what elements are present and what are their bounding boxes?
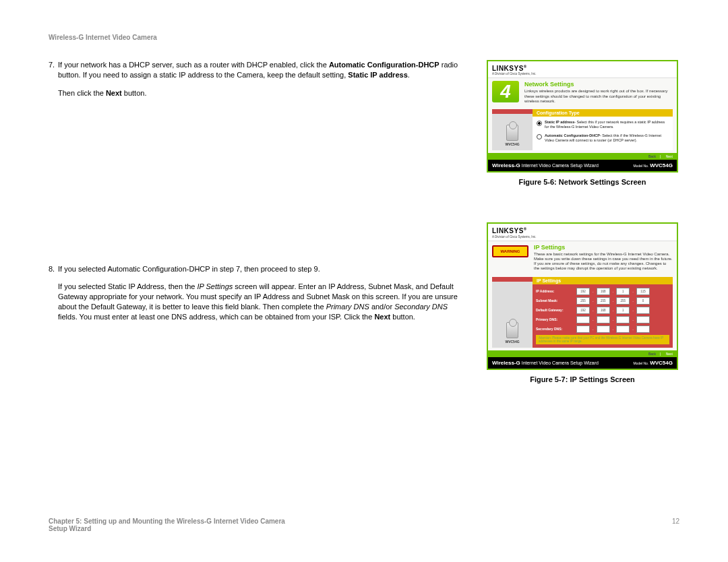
linksys-logo: LINKSYS®	[492, 227, 537, 235]
fig7-model: WVC54G	[650, 360, 673, 366]
step-8: 8. If you selected Automatic Configurati…	[49, 264, 466, 330]
step-8-i: button.	[390, 313, 415, 321]
fig6-nav: Back| Next	[488, 153, 677, 160]
camera-icon	[506, 322, 518, 338]
fig7-footer: Wireless-G Internet Video Camera Setup W…	[488, 357, 677, 369]
ip-box[interactable]: 192	[576, 288, 590, 295]
step-8-a: If you selected Static IP Address, then …	[58, 282, 197, 290]
step-8-next-bold: Next	[374, 313, 390, 321]
subnet-mask-row: Subnet Mask: 255. 255. 255. 0	[536, 297, 669, 305]
step-7-then-c: button.	[122, 89, 147, 97]
next-link[interactable]: Next	[662, 154, 673, 158]
linksys-subbrand: A Division of Cisco Systems, Inc.	[492, 72, 537, 75]
radio-icon	[537, 134, 542, 139]
ip-box[interactable]: 255	[597, 297, 610, 305]
step-8-text-1: If you selected Automatic Configuration-…	[58, 264, 466, 274]
ip-box[interactable]	[576, 316, 590, 323]
step-7-number: 7.	[49, 60, 58, 106]
fig7-nav: Back| Next	[488, 350, 677, 357]
document-header: Wireless-G Internet Video Camera	[49, 34, 679, 41]
fig6-desc: Linksys wireless products are designed t…	[524, 89, 673, 104]
step-8-italic-1: IP Settings	[197, 282, 233, 290]
fig7-model-no-label: Model No.	[633, 361, 648, 365]
figure-5-7: LINKSYS® A Division of Cisco Systems, In…	[487, 222, 678, 369]
attention-note: Attention: Please make sure that your PC…	[536, 335, 669, 344]
ip-box[interactable]	[616, 316, 630, 323]
step-badge-4: 4	[492, 81, 519, 102]
step-7-next-bold: Next	[106, 89, 122, 97]
step-8-e: and/or	[369, 303, 394, 311]
warning-badge: WARNING	[492, 245, 528, 257]
fig7-panel-header: IP Settings	[533, 277, 673, 284]
fig6-header: LINKSYS® A Division of Cisco Systems, In…	[488, 61, 677, 78]
mask-label: Subnet Mask:	[536, 299, 574, 303]
linksys-subbrand: A Division of Cisco Systems, Inc.	[492, 235, 537, 239]
step-7-text-e: .	[408, 71, 410, 79]
ip-box[interactable]: 1	[616, 288, 630, 295]
fig7-camera-panel: WVC54G	[492, 277, 533, 348]
ip-box[interactable]: 0	[636, 297, 650, 305]
ip-box[interactable]	[576, 325, 590, 333]
figure-column: LINKSYS® A Division of Cisco Systems, In…	[487, 60, 678, 420]
footer-chapter: Chapter 5: Setting up and Mounting the W…	[49, 518, 285, 525]
figure-5-6: LINKSYS® A Division of Cisco Systems, In…	[487, 60, 678, 173]
ip-address-row: IP Address: 192. 168. 1. 115	[536, 288, 669, 295]
ip-box[interactable]: 255	[576, 297, 590, 305]
ip-box[interactable]	[636, 307, 650, 314]
fig7-desc: These are basic network settings for the…	[534, 252, 673, 272]
radio-icon	[537, 121, 542, 126]
gw-label: Default Gateway:	[536, 308, 574, 312]
figure-5-7-caption: Figure 5-7: IP Settings Screen	[487, 375, 678, 383]
fig7-title: IP Settings	[534, 244, 673, 251]
ip-box[interactable]	[636, 316, 650, 323]
fig6-footer-mid: Internet Video Camera Setup Wizard	[522, 163, 599, 168]
linksys-logo: LINKSYS®	[492, 65, 537, 72]
step-7-bold-2: Static IP address	[348, 71, 407, 79]
ip-box[interactable]	[636, 325, 650, 333]
ip-box[interactable]: 192	[576, 307, 590, 314]
fig6-footer-left: Wireless-G	[492, 162, 520, 168]
next-link[interactable]: Next	[662, 352, 673, 356]
fig6-camera-panel: WVC54G	[492, 109, 533, 151]
ip-box[interactable]	[597, 316, 610, 323]
ip-box[interactable]: 1	[616, 307, 630, 314]
primary-dns-row: Primary DNS: . . .	[536, 316, 669, 323]
step-7-then-a: Then click the	[58, 89, 106, 97]
step-8-italic-3: Secondary DNS	[394, 303, 448, 311]
pdns-label: Primary DNS:	[536, 317, 574, 321]
page-number: 12	[672, 518, 679, 532]
ip-box[interactable]: 255	[616, 297, 630, 305]
fig7-footer-mid: Internet Video Camera Setup Wizard	[522, 361, 599, 365]
footer-section: Setup Wizard	[49, 525, 285, 532]
step-7-bold-1: Automatic Configuration-DHCP	[329, 61, 439, 69]
back-link[interactable]: Back	[648, 352, 656, 356]
step-8-italic-2: Primary DNS	[326, 303, 369, 311]
fig6-model-label: WVC54G	[505, 142, 519, 146]
fig7-model-label: WVC54G	[505, 340, 519, 344]
fig6-model-no-label: Model No.	[633, 164, 648, 168]
camera-icon	[506, 125, 518, 141]
ip-box[interactable]	[597, 325, 610, 333]
ip-label: IP Address:	[536, 289, 574, 293]
sdns-label: Secondary DNS:	[536, 327, 574, 331]
fig6-footer: Wireless-G Internet Video Camera Setup W…	[488, 160, 677, 171]
fig7-footer-left: Wireless-G	[492, 360, 520, 366]
ip-box[interactable]	[616, 325, 630, 333]
ip-box[interactable]: 168	[597, 288, 610, 295]
step-8-number: 8.	[49, 264, 58, 330]
step-7: 7. If your network has a DHCP server, su…	[49, 60, 466, 106]
back-link[interactable]: Back	[648, 154, 656, 158]
fig6-panel-header: Configuration Type	[533, 109, 673, 117]
ip-box[interactable]: 168	[597, 307, 610, 314]
step-8-g: fields. You must enter at least one DNS …	[58, 313, 374, 321]
fig6-model: WVC54G	[650, 162, 673, 168]
radio-static-ip[interactable]: Static IP address- Select this if your n…	[537, 120, 669, 129]
secondary-dns-row: Secondary DNS: . . .	[536, 325, 669, 333]
figure-5-6-caption: Figure 5-6: Network Settings Screen	[487, 178, 678, 186]
ip-box[interactable]: 115	[636, 288, 650, 295]
step-7-text: If your network has a DHCP server, such …	[58, 61, 329, 69]
default-gateway-row: Default Gateway: 192. 168. 1.	[536, 307, 669, 314]
page-footer: Chapter 5: Setting up and Mounting the W…	[49, 518, 679, 532]
fig7-header: LINKSYS® A Division of Cisco Systems, In…	[488, 224, 677, 241]
radio-auto-dhcp[interactable]: Automatic Configuration-DHCP- Select thi…	[537, 133, 669, 143]
